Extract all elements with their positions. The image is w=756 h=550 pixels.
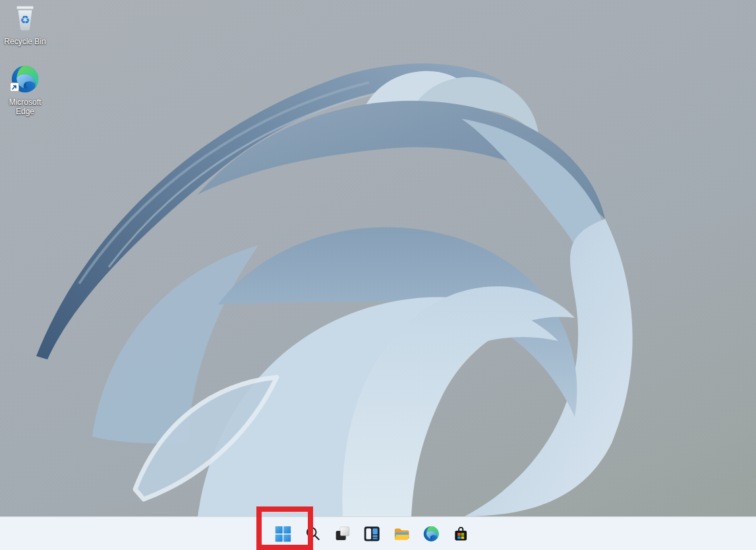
shortcut-arrow-overlay bbox=[10, 82, 19, 94]
file-explorer-button[interactable] bbox=[388, 520, 415, 547]
bloom-wallpaper-art bbox=[0, 0, 756, 550]
task-view-icon bbox=[334, 526, 350, 541]
recycle-bin-label: Recycle Bin bbox=[0, 37, 50, 46]
task-view-button[interactable] bbox=[329, 520, 355, 547]
recycle-bin-icon: ♻ bbox=[11, 3, 39, 36]
desktop-wallpaper: ♻ Recycle Bin bbox=[0, 0, 756, 550]
edge-icon bbox=[11, 65, 40, 94]
svg-text:♻: ♻ bbox=[20, 13, 30, 26]
desktop-icon-microsoft-edge[interactable]: Microsoft Edge bbox=[0, 65, 50, 116]
windows-logo-icon bbox=[275, 526, 291, 542]
edge-shortcut-label: Microsoft Edge bbox=[5, 98, 45, 116]
taskbar-center-group bbox=[270, 517, 474, 550]
widgets-button[interactable] bbox=[359, 520, 385, 547]
taskbar: 英 拼 8:02 2021/6/17 3 bbox=[0, 516, 756, 550]
widgets-icon bbox=[364, 526, 380, 542]
edge-browser-button[interactable] bbox=[418, 520, 444, 547]
search-button[interactable] bbox=[299, 520, 326, 547]
start-button[interactable] bbox=[270, 520, 296, 547]
desktop-icon-recycle-bin[interactable]: ♻ Recycle Bin bbox=[0, 3, 50, 46]
microsoft-store-icon bbox=[453, 526, 469, 542]
edge-icon bbox=[423, 526, 440, 542]
file-explorer-icon bbox=[393, 525, 410, 542]
microsoft-store-button[interactable] bbox=[448, 520, 474, 547]
search-icon bbox=[305, 526, 320, 541]
